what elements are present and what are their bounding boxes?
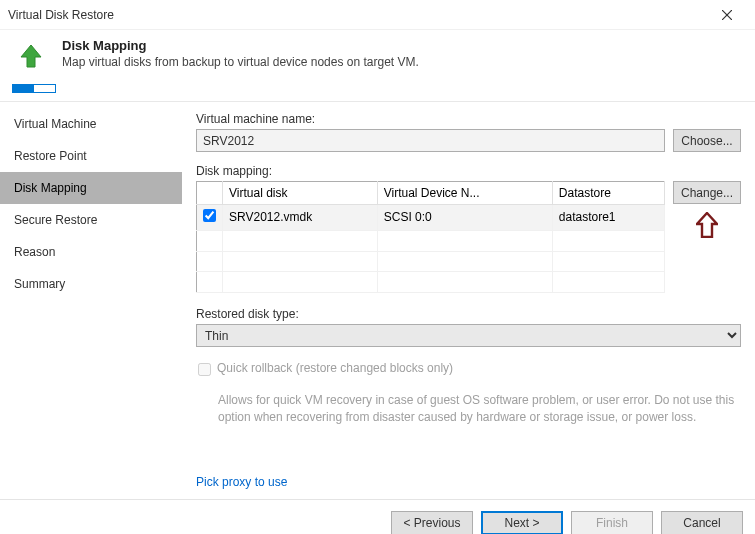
close-icon: [722, 10, 732, 20]
wizard-footer: < Previous Next > Finish Cancel: [0, 499, 755, 534]
sidebar-item-reason[interactable]: Reason: [0, 236, 182, 268]
col-header-datastore[interactable]: Datastore: [552, 182, 664, 205]
titlebar: Virtual Disk Restore: [0, 0, 755, 30]
col-header-checkbox: [197, 182, 223, 205]
col-header-virtual-disk[interactable]: Virtual disk: [223, 182, 378, 205]
wizard-header: Disk Mapping Map virtual disks from back…: [0, 30, 755, 84]
sidebar-item-disk-mapping[interactable]: Disk Mapping: [0, 172, 182, 204]
attention-arrow-icon: [696, 212, 718, 241]
vm-name-label: Virtual machine name:: [196, 112, 741, 126]
restored-disk-type-select[interactable]: Thin: [196, 324, 741, 347]
vm-name-input[interactable]: [196, 129, 665, 152]
disk-mapping-table[interactable]: Virtual disk Virtual Device N... Datasto…: [196, 181, 665, 293]
sidebar-item-secure-restore[interactable]: Secure Restore: [0, 204, 182, 236]
disk-mapping-label: Disk mapping:: [196, 164, 741, 178]
cell-virtual-disk: SRV2012.vmdk: [223, 205, 378, 231]
sidebar-item-restore-point[interactable]: Restore Point: [0, 140, 182, 172]
restore-arrow-icon: [12, 40, 50, 78]
cell-datastore: datastore1: [552, 205, 664, 231]
page-subtitle: Map virtual disks from backup to virtual…: [62, 55, 419, 69]
quick-rollback-label: Quick rollback (restore changed blocks o…: [217, 361, 453, 375]
previous-button[interactable]: < Previous: [391, 511, 473, 534]
progress-indicator: [0, 84, 755, 101]
cancel-button[interactable]: Cancel: [661, 511, 743, 534]
col-header-virtual-device[interactable]: Virtual Device N...: [377, 182, 552, 205]
choose-button[interactable]: Choose...: [673, 129, 741, 152]
quick-rollback-description: Allows for quick VM recovery in case of …: [218, 392, 738, 426]
sidebar-item-summary[interactable]: Summary: [0, 268, 182, 300]
cell-virtual-device: SCSI 0:0: [377, 205, 552, 231]
table-row[interactable]: SRV2012.vmdk SCSI 0:0 datastore1: [197, 205, 665, 231]
close-button[interactable]: [707, 1, 747, 29]
finish-button: Finish: [571, 511, 653, 534]
next-button[interactable]: Next >: [481, 511, 563, 534]
wizard-steps-sidebar: Virtual Machine Restore Point Disk Mappi…: [0, 102, 182, 499]
sidebar-item-virtual-machine[interactable]: Virtual Machine: [0, 108, 182, 140]
restored-disk-type-label: Restored disk type:: [196, 307, 741, 321]
window-title: Virtual Disk Restore: [8, 8, 707, 22]
change-button[interactable]: Change...: [673, 181, 741, 204]
content-pane: Virtual machine name: Choose... Disk map…: [182, 102, 755, 499]
pick-proxy-link[interactable]: Pick proxy to use: [196, 475, 287, 489]
page-title: Disk Mapping: [62, 38, 419, 53]
quick-rollback-checkbox: [198, 363, 211, 376]
row-checkbox[interactable]: [203, 209, 216, 222]
